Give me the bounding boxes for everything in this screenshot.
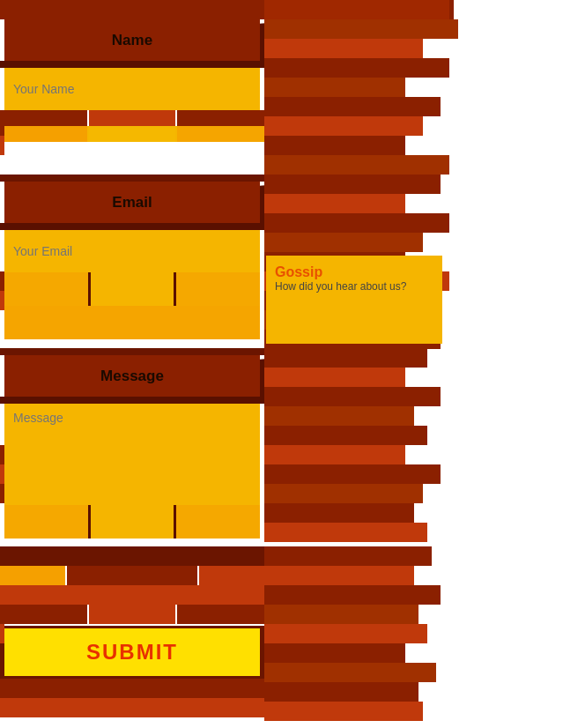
right-msg-8 — [264, 484, 423, 503]
right-sub-3 — [264, 585, 441, 605]
right-msg-1 — [264, 348, 427, 368]
msg-deco-row — [4, 505, 260, 539]
right-3d-6 — [264, 116, 423, 136]
right-3d-1 — [264, 19, 458, 39]
right-sub-6 — [264, 643, 405, 663]
email-brick — [0, 223, 264, 230]
left-email-1 — [0, 271, 4, 291]
right-sub-5 — [264, 624, 427, 643]
email-label-block: Email — [4, 182, 260, 223]
deco-row-1 — [0, 110, 264, 126]
submit-container: SUBMIT — [0, 626, 264, 679]
right-email-1 — [264, 175, 441, 194]
right-msg-9 — [264, 503, 414, 523]
gossip-block: Gossip How did you hear about us? — [266, 256, 442, 344]
right-3d-4 — [264, 78, 405, 97]
pre-submit-2 — [0, 566, 264, 585]
right-email-3 — [264, 213, 449, 233]
right-sub-2 — [264, 566, 414, 585]
left-3d-1 — [0, 116, 4, 136]
message-label: Message — [100, 368, 164, 385]
email-input[interactable] — [4, 230, 260, 272]
right-msg-3 — [264, 387, 441, 406]
email-section-top — [0, 175, 264, 182]
message-brick — [0, 397, 264, 404]
message-textarea[interactable] — [4, 404, 260, 505]
left-msg-3 — [0, 484, 4, 503]
submit-button[interactable]: SUBMIT — [4, 628, 260, 676]
deco-row-2 — [0, 126, 264, 142]
bottom-2 — [0, 698, 264, 717]
name-brick-row — [0, 61, 264, 68]
name-label: Name — [112, 32, 152, 49]
name-input-block — [4, 68, 260, 110]
right-sub-9 — [264, 702, 423, 721]
right-sub-4 — [264, 605, 418, 624]
gossip-sub-text: How did you hear about us? — [275, 280, 433, 293]
pre-submit-3 — [0, 585, 264, 605]
right-sub-7 — [264, 663, 436, 682]
right-msg-10 — [264, 523, 427, 542]
message-label-block: Message — [4, 355, 260, 397]
left-sub-2 — [0, 624, 4, 643]
email-orange-row — [4, 306, 260, 339]
left-msg-2 — [0, 464, 4, 484]
left-sub-1 — [0, 605, 4, 624]
left-email-2 — [0, 291, 4, 310]
name-label-block: Name — [4, 19, 260, 61]
right-msg-7 — [264, 464, 441, 484]
right-msg-6 — [264, 445, 405, 464]
top-brick-1 — [0, 0, 264, 19]
right-3d-3 — [264, 58, 449, 78]
gossip-label: Gossip — [275, 264, 433, 280]
bottom-1 — [0, 679, 264, 698]
right-email-4 — [264, 233, 423, 252]
message-section-top — [0, 348, 264, 355]
right-email-2 — [264, 194, 405, 213]
email-input-block — [4, 230, 260, 272]
right-msg-5 — [264, 426, 427, 445]
form-stack: Name Email — [0, 0, 564, 728]
pre-submit-4 — [0, 605, 264, 624]
left-3d-2 — [0, 136, 4, 155]
email-deco-row — [4, 272, 260, 306]
right-3d-2 — [264, 39, 423, 58]
message-input-block — [4, 404, 260, 505]
name-input[interactable] — [4, 68, 260, 110]
right-msg-2 — [264, 368, 405, 387]
pre-submit-1 — [0, 546, 264, 566]
email-label: Email — [112, 194, 152, 212]
left-msg-1 — [0, 445, 4, 464]
right-msg-4 — [264, 406, 414, 426]
right-sub-1 — [264, 546, 432, 566]
right-sub-8 — [264, 682, 418, 702]
name-top-3d — [264, 0, 449, 19]
right-3d-8 — [264, 155, 449, 175]
right-3d-5 — [264, 97, 441, 116]
right-3d-7 — [264, 136, 405, 155]
